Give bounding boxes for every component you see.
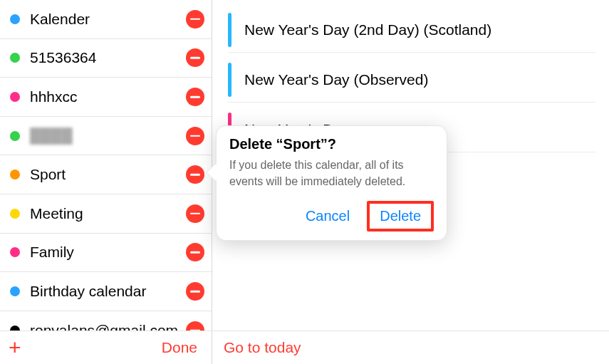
calendar-row[interactable]: Meeting [0,194,212,234]
calendar-sidebar: Kalender 51536364 hhhxcc ████ Sport [0,0,212,364]
calendar-color-dot [10,247,20,257]
delete-button[interactable]: Delete [367,201,434,232]
calendar-color-dot [10,326,20,331]
remove-calendar-button[interactable] [186,48,204,67]
calendar-row[interactable]: Birthday calendar [0,272,212,311]
event-title: New Year's Day (Observed) [244,71,428,88]
remove-calendar-button[interactable] [186,127,204,145]
calendar-row[interactable]: hhhxcc [0,78,212,117]
remove-calendar-button[interactable] [186,165,204,184]
cancel-button[interactable]: Cancel [306,208,350,224]
calendar-name: Kalender [30,11,186,28]
calendar-row[interactable]: ████ [0,117,212,156]
remove-calendar-button[interactable] [186,321,204,331]
calendar-name: 51536364 [30,49,186,66]
calendar-color-dot [10,14,20,24]
event-row[interactable]: New Year's Day (Observed) [228,57,596,103]
remove-calendar-button[interactable] [186,243,204,261]
event-row[interactable]: New Year's Day (2nd Day) (Scotland) [228,7,596,53]
calendar-name: ████ [30,128,186,145]
main-footer: Go to today [212,331,609,364]
calendar-row[interactable]: Family [0,234,212,273]
dialog-message: If you delete this calendar, all of its … [217,157,447,201]
calendar-name: hhhxcc [30,88,186,105]
calendar-name: Family [30,244,186,261]
dialog-title: Delete “Sport”? [217,126,447,157]
event-color-bar [228,13,231,47]
calendar-name: Birthday calendar [30,283,186,300]
calendar-list: Kalender 51536364 hhhxcc ████ Sport [0,0,212,331]
calendar-color-dot [10,209,20,219]
add-calendar-button[interactable]: + [9,337,21,358]
dialog-buttons: Cancel Delete [217,201,447,232]
remove-calendar-button[interactable] [186,204,204,223]
calendar-row[interactable]: Kalender [0,0,212,39]
calendar-name: ronvalans@gmail.com [30,322,186,331]
delete-calendar-dialog: Delete “Sport”? If you delete this calen… [216,125,447,241]
calendar-color-dot [10,131,20,141]
done-button[interactable]: Done [162,339,197,356]
calendar-color-dot [10,170,20,180]
calendar-row[interactable]: Sport [0,155,212,194]
calendar-row[interactable]: ronvalans@gmail.com [0,311,212,331]
calendar-color-dot [10,286,20,296]
calendar-row[interactable]: 51536364 [0,39,212,78]
calendar-name: Sport [30,166,186,183]
remove-calendar-button[interactable] [186,282,204,301]
calendar-color-dot [10,92,20,102]
remove-calendar-button[interactable] [186,10,204,28]
sidebar-footer: + Done [0,331,212,364]
calendar-color-dot [10,53,20,63]
calendar-name: Meeting [30,205,186,222]
remove-calendar-button[interactable] [186,88,204,106]
event-color-bar [228,63,231,97]
event-title: New Year's Day (2nd Day) (Scotland) [244,21,491,38]
go-to-today-button[interactable]: Go to today [224,339,301,356]
